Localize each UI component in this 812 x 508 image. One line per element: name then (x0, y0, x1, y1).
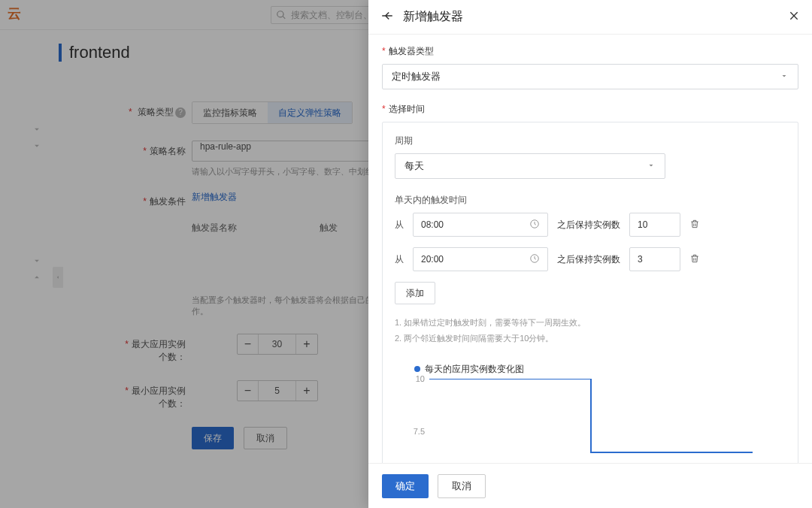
back-button[interactable] (380, 9, 394, 26)
select-time-label: 选择时间 (382, 103, 798, 116)
trigger-type-select[interactable]: 定时触发器 (382, 64, 798, 89)
instance-count-value: 10 (638, 219, 647, 230)
delete-row-button[interactable] (689, 219, 700, 231)
instance-chart: 每天的应用实例数变化图 10 7.5 5 (395, 363, 786, 463)
add-row-button[interactable]: 添加 (395, 282, 435, 304)
clock-icon (529, 253, 540, 264)
trigger-row: 从 20:00 之后保持实例数 3 (395, 247, 786, 271)
trash-icon (689, 219, 700, 229)
trigger-row: 从 08:00 之后保持实例数 10 (395, 213, 786, 237)
ytick: 10 (410, 374, 425, 383)
instance-count-value: 3 (638, 254, 643, 265)
arrow-left-icon (380, 9, 394, 23)
panel-footer: 确定 取消 (368, 463, 812, 508)
cycle-select[interactable]: 每天 (395, 153, 665, 179)
time-input[interactable]: 20:00 (413, 247, 548, 271)
from-label: 从 (395, 219, 404, 231)
schedule-card: 周期 每天 单天内的触发时间 从 08:00 之后保持实例数 10 (382, 122, 798, 463)
confirm-button[interactable]: 确定 (382, 474, 429, 498)
from-label: 从 (395, 253, 404, 266)
add-trigger-panel: 新增触发器 触发器类型 定时触发器 选择时间 周期 每天 单天内的触发时间 (368, 0, 812, 508)
chart-line (429, 379, 753, 463)
panel-title: 新增触发器 (403, 9, 463, 25)
trash-icon (689, 253, 700, 264)
legend-dot-icon (414, 366, 420, 372)
after-label: 之后保持实例数 (557, 219, 620, 231)
ytick: 7.5 (410, 427, 425, 436)
close-button[interactable] (788, 10, 800, 25)
schedule-notes: 1. 如果错过定时触发时刻，需要等待下一周期生效。 2. 两个邻近触发时间间隔需… (395, 315, 786, 346)
daily-trigger-label: 单天内的触发时间 (395, 194, 786, 207)
cycle-label: 周期 (395, 135, 786, 147)
instance-count-input[interactable]: 3 (629, 247, 680, 271)
legend-label: 每天的应用实例数变化图 (425, 363, 524, 376)
time-input[interactable]: 08:00 (413, 213, 548, 237)
delete-row-button[interactable] (689, 253, 700, 266)
instance-count-input[interactable]: 10 (629, 213, 680, 237)
chevron-down-icon (780, 71, 789, 80)
cycle-value: 每天 (404, 159, 424, 173)
clock-icon (529, 219, 540, 229)
panel-header: 新增触发器 (368, 0, 812, 35)
after-label: 之后保持实例数 (557, 253, 620, 266)
close-icon (788, 10, 800, 22)
chart-legend: 每天的应用实例数变化图 (414, 363, 786, 376)
chevron-down-icon (647, 161, 656, 170)
trigger-type-label: 触发器类型 (382, 45, 798, 58)
time-value: 08:00 (421, 219, 444, 230)
cancel-button[interactable]: 取消 (438, 474, 486, 498)
trigger-type-value: 定时触发器 (392, 70, 441, 83)
panel-body: 触发器类型 定时触发器 选择时间 周期 每天 单天内的触发时间 从 08:00 (368, 35, 812, 463)
time-value: 20:00 (421, 254, 444, 265)
